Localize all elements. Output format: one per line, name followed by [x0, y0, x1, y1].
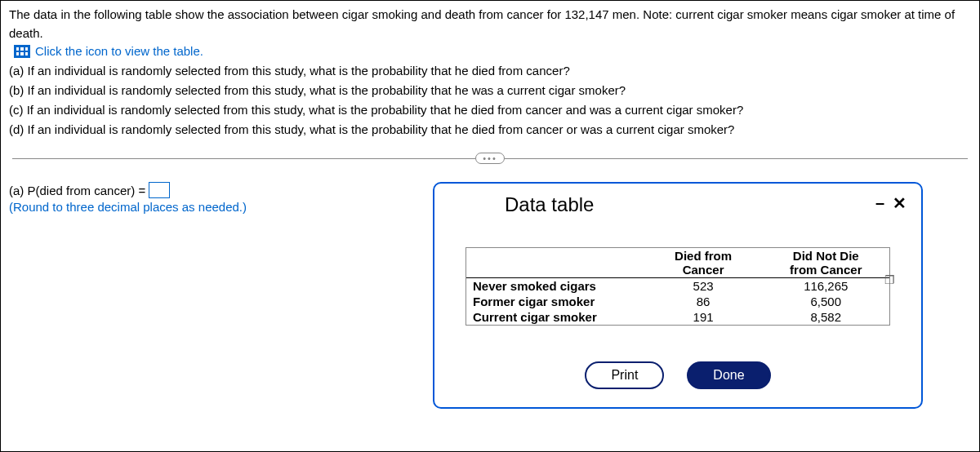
intro-text: The data in the following table show the…: [9, 6, 971, 42]
cell-died: 523: [644, 278, 763, 295]
page: The data in the following table show the…: [0, 0, 980, 452]
cell-not: 6,500: [763, 294, 889, 309]
question-c: (c) If an individual is randomly selecte…: [9, 100, 971, 120]
close-icon[interactable]: ✕: [893, 193, 906, 213]
data-table-modal: Data table – ✕ ❐ Died: [433, 182, 923, 409]
table-row: Current cigar smoker 191 8,582: [466, 309, 889, 325]
col-header-notdied: Did Not Die from Cancer: [763, 248, 889, 278]
data-table-container: Died from Cancer Did Not Die from Cancer: [466, 247, 890, 326]
answer-label: (a) P(died from cancer) =: [9, 184, 145, 197]
modal-title: Data table: [449, 193, 594, 216]
cell-died: 86: [644, 294, 763, 309]
minimize-icon[interactable]: –: [875, 193, 884, 213]
table-row: Former cigar smoker 86 6,500: [466, 294, 889, 309]
data-table: Died from Cancer Did Not Die from Cancer: [466, 248, 889, 325]
round-note: (Round to three decimal places as needed…: [9, 200, 368, 214]
col-header-died: Died from Cancer: [644, 248, 763, 278]
table-row: Never smoked cigars 523 116,265: [466, 278, 889, 295]
col-header-blank: [466, 248, 644, 278]
question-a: (a) If an individual is randomly selecte…: [9, 61, 971, 81]
question-b: (b) If an individual is randomly selecte…: [9, 81, 971, 100]
answer-input[interactable]: [149, 182, 170, 198]
print-button[interactable]: Print: [585, 361, 664, 389]
cell-died: 191: [644, 309, 763, 325]
question-list: (a) If an individual is randomly selecte…: [9, 61, 971, 140]
table-icon[interactable]: [14, 45, 30, 58]
row-label: Never smoked cigars: [466, 278, 644, 295]
row-label: Current cigar smoker: [466, 309, 644, 325]
row-label: Former cigar smoker: [466, 294, 644, 309]
cell-not: 116,265: [763, 278, 889, 295]
section-divider: •••: [9, 153, 971, 164]
answer-area: (a) P(died from cancer) = (Round to thre…: [9, 182, 368, 409]
question-d: (d) If an individual is randomly selecte…: [9, 120, 971, 140]
cell-not: 8,582: [763, 309, 889, 325]
view-table-row: Click the icon to view the table.: [14, 44, 971, 58]
view-table-link[interactable]: Click the icon to view the table.: [35, 44, 203, 58]
copy-icon[interactable]: ❐: [884, 273, 895, 286]
ellipsis-icon[interactable]: •••: [475, 153, 505, 164]
done-button[interactable]: Done: [687, 361, 770, 389]
